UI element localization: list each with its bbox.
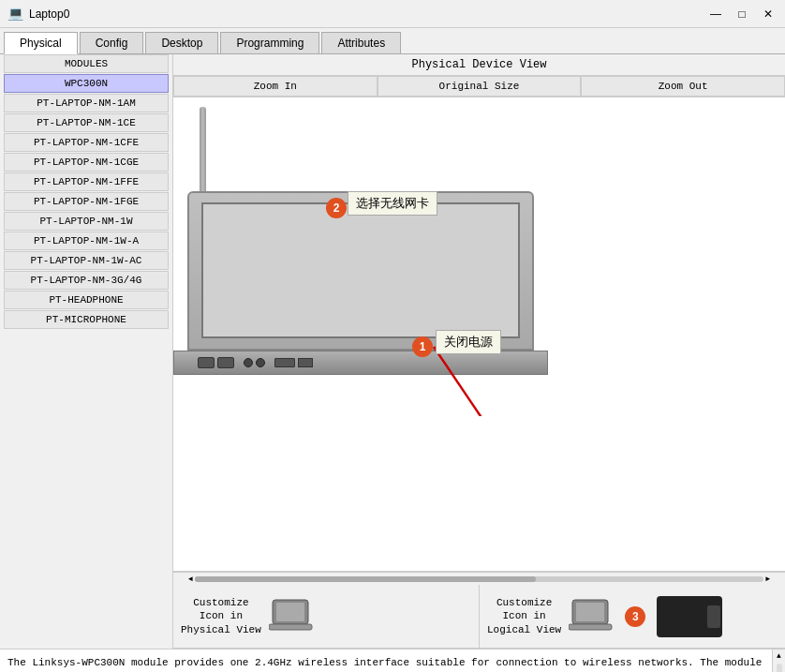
laptop-physical-icon	[269, 596, 314, 637]
description-text: The Linksys-WPC300N module provides one …	[0, 650, 772, 672]
list-item-nm1cfe[interactable]: PT-LAPTOP-NM-1CFE	[4, 133, 169, 152]
zoom-in-button[interactable]: Zoom In	[173, 76, 378, 97]
tab-physical[interactable]: Physical	[4, 32, 78, 54]
list-item-nm1wa[interactable]: PT-LAPTOP-NM-1W-A	[4, 231, 169, 250]
bottom-icons: CustomizeIcon inPhysical View CustomizeI…	[173, 585, 785, 649]
list-item-microphone[interactable]: PT-MICROPHONE	[4, 310, 169, 329]
customize-physical-group: CustomizeIcon inPhysical View	[173, 585, 480, 648]
annotation-1: 1	[412, 336, 433, 357]
svg-rect-7	[569, 624, 612, 630]
svg-rect-4	[269, 624, 312, 630]
right-panel: Physical Device View Zoom In Original Si…	[173, 54, 785, 649]
customize-logical-label: CustomizeIcon inLogical View	[487, 596, 561, 636]
maximize-button[interactable]: □	[733, 5, 751, 23]
minimize-button[interactable]: —	[706, 5, 725, 23]
panel-title: Physical Device View	[173, 54, 785, 76]
scroll-right-arrow[interactable]: ►	[763, 575, 772, 583]
dark-device-icon	[657, 596, 722, 637]
list-item-nm1ce[interactable]: PT-LAPTOP-NM-1CE	[4, 113, 169, 132]
desc-scroll-up[interactable]: ▲	[775, 650, 783, 662]
customize-logical-group: CustomizeIcon inLogical View 3	[480, 585, 785, 648]
annotation-2: 2	[326, 198, 347, 218]
list-item-nm3g4g[interactable]: PT-LAPTOP-NM-3G/4G	[4, 271, 169, 290]
tab-config[interactable]: Config	[80, 32, 144, 53]
annotation-3: 3	[625, 606, 645, 627]
title-bar: 💻 Laptop0 — □ ✕	[0, 0, 785, 28]
description-area: The Linksys-WPC300N module provides one …	[0, 649, 785, 672]
tooltip-select-wifi: 选择无线网卡	[348, 191, 437, 216]
list-item-nm1ffe[interactable]: PT-LAPTOP-NM-1FFE	[4, 172, 169, 191]
svg-rect-3	[276, 603, 304, 621]
list-item-nm1w[interactable]: PT-LAPTOP-NM-1W	[4, 212, 169, 231]
tab-bar: Physical Config Desktop Programming Attr…	[0, 28, 785, 54]
list-item-nm1fge[interactable]: PT-LAPTOP-NM-1FGE	[4, 192, 169, 211]
window-title: Laptop0	[29, 7, 69, 21]
list-item-headphone[interactable]: PT-HEADPHONE	[4, 291, 169, 309]
list-item-nm1wac[interactable]: PT-LAPTOP-NM-1W-AC	[4, 251, 169, 270]
laptop-logical-icon	[569, 596, 614, 637]
left-panel: MODULES WPC300N PT-LAPTOP-NM-1AM PT-LAPT…	[0, 54, 173, 649]
svg-rect-6	[576, 603, 604, 621]
tab-programming[interactable]: Programming	[220, 32, 319, 53]
tab-attributes[interactable]: Attributes	[321, 32, 401, 53]
scroll-left-arrow[interactable]: ◄	[186, 575, 195, 583]
scrollbar-track[interactable]	[195, 576, 763, 582]
main-content: MODULES WPC300N PT-LAPTOP-NM-1AM PT-LAPT…	[0, 54, 785, 649]
window-icon: 💻	[7, 6, 23, 22]
tooltip-power-off: 关闭电源	[436, 330, 501, 354]
zoom-out-button[interactable]: Zoom Out	[581, 76, 785, 97]
customize-physical-label: CustomizeIcon inPhysical View	[181, 596, 261, 636]
horizontal-scrollbar[interactable]: ◄ ►	[173, 572, 785, 585]
original-size-button[interactable]: Original Size	[378, 76, 582, 97]
list-item-nm1am[interactable]: PT-LAPTOP-NM-1AM	[4, 94, 169, 112]
tab-desktop[interactable]: Desktop	[145, 32, 218, 53]
modules-list: MODULES WPC300N PT-LAPTOP-NM-1AM PT-LAPT…	[0, 54, 172, 649]
list-item-nm1cge[interactable]: PT-LAPTOP-NM-1CGE	[4, 153, 169, 172]
description-scrollbar[interactable]: ▲ ▼	[772, 650, 785, 672]
close-button[interactable]: ✕	[759, 5, 778, 23]
list-item-modules[interactable]: MODULES	[4, 54, 169, 73]
view-controls: Zoom In Original Size Zoom Out	[173, 76, 785, 97]
list-item-wpc300n[interactable]: WPC300N	[4, 74, 169, 93]
device-view: 1 关闭电源 2 选择无线网卡	[173, 97, 785, 572]
